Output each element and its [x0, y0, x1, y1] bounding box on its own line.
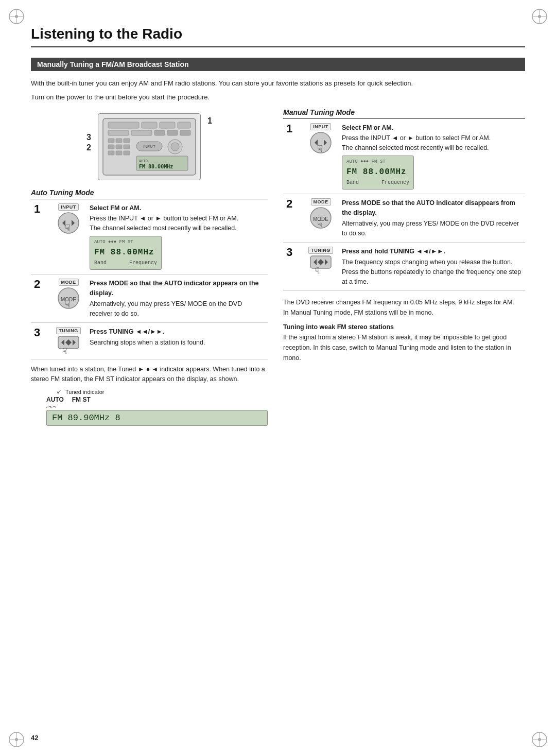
manual-step-3-icon: TUNING ☟	[306, 247, 336, 274]
svg-text:☟: ☟	[65, 299, 71, 310]
auto-step-3-number: 3	[34, 326, 40, 339]
corner-decoration-tl	[7, 7, 26, 26]
svg-text:☟: ☟	[65, 223, 71, 233]
device-illustration: INPUT AUTO FM 88.00MHz 1 3 2	[31, 113, 268, 180]
svg-rect-25	[180, 130, 190, 135]
tuned-display-section: ↙ Tuned indicator AUTO FM ST ⌐¬⌐¬ FM 89.…	[41, 388, 268, 426]
manual-step-2-icon: MODE MODE ☟	[306, 198, 336, 229]
svg-text:FM 88.00MHz: FM 88.00MHz	[139, 164, 173, 169]
auto-step-1: 1 INPUT ☟	[31, 199, 268, 274]
manual-tuning-mode-title: Manual Tuning Mode	[283, 108, 525, 119]
note-line2: In Manual Tuning mode, FM stations will …	[283, 307, 525, 318]
corner-decoration-bl	[7, 730, 26, 749]
svg-rect-29	[108, 145, 114, 149]
main-content: INPUT AUTO FM 88.00MHz 1 3 2	[31, 108, 525, 426]
svg-text:AUTO: AUTO	[139, 159, 148, 163]
auto-tuning-steps: 1 INPUT ☟	[31, 199, 268, 360]
manual-step-1-content: Select FM or AM. Press the INPUT ◄ or ► …	[339, 119, 525, 194]
note-line1: The DVD receiver changes FM frequency in…	[283, 297, 525, 307]
auto-step-2-number: 2	[34, 278, 40, 290]
manual-step-2-number: 2	[286, 197, 292, 210]
section-header: Manually Tuning a FM/AM Broadcast Statio…	[31, 58, 525, 71]
tuned-indicator-label: Tuned indicator	[65, 389, 104, 395]
svg-rect-27	[116, 139, 122, 143]
svg-rect-26	[108, 139, 114, 143]
manual-tuning-steps: 1 INPUT ☟ Select F	[283, 119, 525, 291]
svg-rect-24	[167, 130, 178, 135]
svg-rect-31	[124, 145, 130, 149]
device-label-1: 1	[207, 116, 212, 126]
auto-step-3-content: Press TUNING ◄◄/►►. Searching stops when…	[86, 323, 268, 359]
device-image: INPUT AUTO FM 88.00MHz	[98, 113, 201, 180]
manual-step-2: 2 MODE MODE ☟ Press MODE so that the	[283, 194, 525, 243]
fmst-label: FM ST	[72, 396, 91, 403]
manual-step-1-number: 1	[286, 122, 292, 135]
manual-step-2-content: Press MODE so that the AUTO indicator di…	[339, 194, 525, 243]
svg-rect-17	[108, 122, 139, 128]
svg-text:☟: ☟	[317, 219, 323, 229]
auto-step-2-icon: MODE MODE ☟	[54, 279, 83, 310]
svg-point-38	[171, 143, 179, 151]
weak-signal-title: Tuning into weak FM stereo stations	[283, 322, 525, 332]
page-number: 42	[31, 734, 38, 742]
svg-rect-28	[124, 139, 130, 143]
manual-step-1-icon: INPUT ☟	[306, 123, 336, 154]
svg-rect-21	[108, 130, 129, 135]
page: Listening to the Radio Manually Tuning a…	[0, 0, 556, 756]
svg-rect-30	[116, 145, 122, 149]
auto-step-1-content: Select FM or AM. Press the INPUT ◄ or ► …	[86, 199, 268, 274]
auto-step-3-icon: TUNING ☟	[54, 327, 83, 355]
auto-tuning-mode-title: Auto Tuning Mode	[31, 188, 268, 199]
auto-step-2: 2 MODE MODE ☟ Press MODE so that the	[31, 274, 268, 323]
svg-rect-22	[131, 130, 152, 135]
manual-step-3: 3 TUNING ☟	[283, 243, 525, 291]
manual-step-3-content: Press and hold TUNING ◄◄/►►. The frequen…	[339, 243, 525, 291]
right-column: Manual Tuning Mode 1 INPUT ☟	[283, 108, 525, 426]
intro-line1: With the built-in tuner you can enjoy AM…	[31, 78, 525, 89]
tuned-indicator-note: When tuned into a station, the Tuned ► ●…	[31, 365, 268, 384]
intro-line2: Turn on the power to the unit before you…	[31, 92, 525, 103]
svg-rect-34	[124, 151, 130, 155]
manual-step-3-number: 3	[286, 246, 292, 259]
notes-section: The DVD receiver changes FM frequency in…	[283, 297, 525, 363]
auto-step-3: 3 TUNING ☟	[31, 323, 268, 359]
svg-rect-33	[116, 151, 122, 155]
auto-step-2-content: Press MODE so that the AUTO indicator ap…	[86, 274, 268, 323]
weak-signal-text: If the signal from a stereo FM station i…	[283, 332, 525, 363]
svg-text:☟: ☟	[315, 266, 320, 274]
auto-step-1-icon: INPUT ☟	[54, 203, 83, 234]
corner-decoration-br	[530, 730, 549, 749]
svg-text:INPUT: INPUT	[143, 144, 155, 149]
svg-rect-18	[142, 122, 157, 128]
auto-label: AUTO	[46, 396, 64, 403]
left-column: INPUT AUTO FM 88.00MHz 1 3 2	[31, 108, 268, 426]
manual-step-1: 1 INPUT ☟ Select F	[283, 119, 525, 194]
manual-step-1-lcd: AUTO ●●● FM ST FM 88.00MHz BandFrequency	[342, 156, 414, 190]
svg-rect-32	[108, 151, 114, 155]
svg-rect-19	[160, 122, 175, 128]
tuned-indicator-arrow: ↙	[57, 388, 61, 395]
corner-decoration-tr	[530, 7, 549, 26]
auto-step-1-number: 1	[34, 202, 40, 215]
auto-step-1-lcd: AUTO ●●● FM ST FM 88.00MHz BandFrequency	[90, 236, 162, 270]
page-title: Listening to the Radio	[31, 26, 525, 47]
svg-text:☟: ☟	[317, 144, 323, 154]
device-label-2: 2	[86, 143, 91, 152]
svg-rect-20	[178, 122, 190, 128]
tuned-lcd: FM 89.90MHz 8	[46, 410, 268, 426]
svg-rect-23	[154, 130, 165, 135]
device-label-3: 3	[86, 133, 91, 142]
svg-text:☟: ☟	[62, 347, 67, 355]
